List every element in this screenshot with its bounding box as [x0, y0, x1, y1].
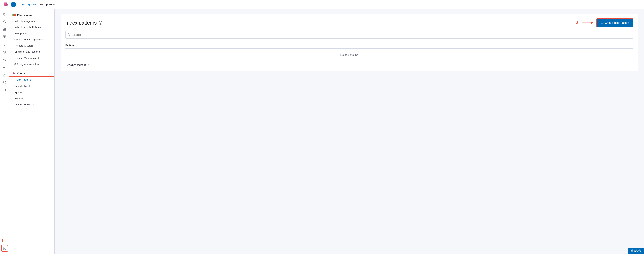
- table-empty-message: No items found: [66, 49, 633, 61]
- sort-icon: ↑: [75, 44, 76, 47]
- bottom-toast[interactable]: 热点资讯: [628, 247, 644, 254]
- content-header: Index patterns ? 3 ⊕ Create index patter…: [66, 19, 633, 27]
- nav-visualize[interactable]: [1, 26, 8, 33]
- sidebar: Elasticsearch Index Management Index Lif…: [9, 9, 55, 254]
- table-footer: Rows per page: 10 ▼: [66, 61, 633, 66]
- svg-rect-10: [3, 43, 6, 45]
- nav-ml[interactable]: [1, 56, 8, 63]
- svg-line-17: [4, 59, 5, 60]
- svg-rect-9: [4, 37, 6, 38]
- search-icon: [67, 33, 70, 37]
- nav-dashboard[interactable]: [1, 33, 8, 40]
- breadcrumb-current: Index patterns: [40, 3, 55, 6]
- user-avatar[interactable]: D: [10, 2, 16, 7]
- nav-uptime[interactable]: [1, 71, 8, 78]
- sidebar-index-patterns-wrapper: Index Patterns 2 ←: [9, 76, 54, 83]
- search-container: [66, 31, 633, 39]
- sidebar-link-advanced-settings[interactable]: Advanced Settings: [9, 102, 54, 108]
- svg-rect-6: [3, 36, 4, 37]
- main-content: Index patterns ? 3 ⊕ Create index patter…: [55, 9, 644, 254]
- sidebar-link-cross-cluster[interactable]: Cross-Cluster Replication: [9, 37, 54, 43]
- svg-point-13: [4, 51, 5, 52]
- svg-point-14: [4, 59, 4, 60]
- svg-line-18: [4, 60, 5, 60]
- sidebar-link-spaces[interactable]: Spaces: [9, 89, 54, 95]
- kibana-section-title: Kibana: [9, 70, 54, 76]
- create-btn-label: Create index pattern: [605, 21, 629, 24]
- sidebar-link-index-lifecycle[interactable]: Index Lifecycle Policies: [9, 24, 54, 30]
- svg-rect-3: [3, 29, 4, 31]
- rows-per-page[interactable]: Rows per page: 10 ▼: [66, 63, 90, 66]
- svg-rect-8: [3, 37, 4, 38]
- svg-line-2: [5, 22, 6, 23]
- page-title: Index patterns: [66, 20, 97, 26]
- sidebar-link-remote-clusters[interactable]: Remote Clusters: [9, 43, 54, 49]
- column-pattern-header[interactable]: Pattern ↑: [66, 44, 76, 47]
- nav-search[interactable]: [1, 18, 8, 25]
- svg-rect-4: [4, 29, 5, 31]
- page-title-group: Index patterns ?: [66, 20, 102, 26]
- nav-maps[interactable]: [1, 49, 8, 55]
- sidebar-link-index-patterns[interactable]: Index Patterns: [9, 76, 54, 83]
- rows-chevron-icon: ▼: [88, 64, 90, 66]
- svg-point-15: [5, 59, 6, 59]
- svg-rect-5: [5, 28, 6, 31]
- breadcrumb-separator: /: [38, 3, 38, 6]
- toast-label: 热点资讯: [631, 249, 641, 252]
- table-header: Pattern ↑: [66, 42, 633, 49]
- sidebar-link-reporting[interactable]: Reporting: [9, 95, 54, 102]
- elasticsearch-section-title: Elasticsearch: [9, 12, 54, 18]
- icon-nav: 1: [0, 9, 9, 254]
- svg-line-22: [69, 35, 70, 35]
- svg-point-16: [5, 60, 6, 61]
- breadcrumb-parent[interactable]: Management: [22, 3, 36, 6]
- search-input[interactable]: [66, 31, 633, 39]
- search-wrapper: [66, 31, 633, 39]
- nav-management[interactable]: 1: [1, 245, 8, 252]
- annotation-3-arrow: [582, 21, 593, 25]
- content-panel: Index patterns ? 3 ⊕ Create index patter…: [61, 14, 638, 71]
- main-layout: 1 Elasticsearch Index Management Index L…: [0, 9, 644, 254]
- nav-devtools[interactable]: [1, 87, 8, 93]
- create-btn-plus-icon: ⊕: [600, 21, 604, 25]
- nav-recently-viewed[interactable]: [1, 11, 8, 18]
- rows-per-page-label: Rows per page:: [66, 63, 83, 66]
- elasticsearch-icon: [12, 14, 16, 16]
- svg-rect-7: [4, 36, 6, 37]
- sidebar-link-license[interactable]: License Management: [9, 55, 54, 61]
- nav-canvas[interactable]: [1, 41, 8, 48]
- sidebar-link-index-management[interactable]: Index Management: [9, 18, 54, 24]
- create-index-pattern-button[interactable]: ⊕ Create index pattern: [596, 19, 633, 27]
- kibana-section-icon: [12, 72, 15, 75]
- sidebar-link-saved-objects[interactable]: Saved Objects: [9, 83, 54, 89]
- annotation-3-number: 3: [576, 21, 578, 25]
- sidebar-link-snapshot[interactable]: Snapshot and Restore: [9, 49, 54, 55]
- breadcrumb: Management / Index patterns: [22, 3, 55, 6]
- sidebar-link-upgrade[interactable]: 8.0 Upgrade Assistant: [9, 61, 54, 67]
- svg-marker-20: [592, 22, 593, 24]
- breadcrumb-divider: [19, 2, 19, 7]
- nav-apm[interactable]: [1, 64, 8, 71]
- sidebar-link-rollup-jobs[interactable]: Rollup Jobs: [9, 31, 54, 37]
- kibana-logo[interactable]: [3, 2, 9, 8]
- help-icon[interactable]: ?: [99, 21, 102, 25]
- rows-per-page-value: 10: [84, 63, 86, 66]
- top-bar: D Management / Index patterns: [0, 0, 644, 9]
- header-right: 3 ⊕ Create index pattern: [576, 19, 633, 27]
- nav-security[interactable]: [1, 79, 8, 86]
